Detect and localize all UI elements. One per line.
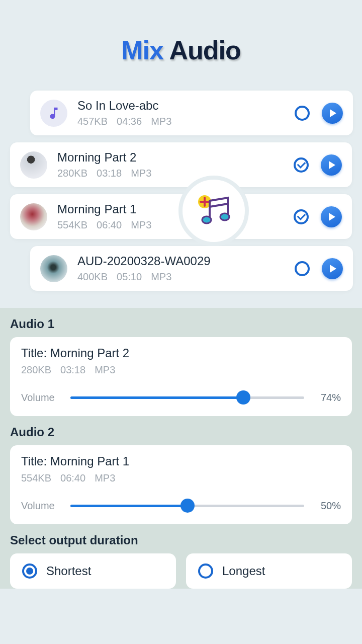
audio2-title: Title: Morning Part 1 xyxy=(21,454,341,468)
track-meta: 554KB06:40MP3 xyxy=(57,219,294,231)
duration-longest-option[interactable]: Longest xyxy=(186,553,352,589)
track-title: Morning Part 1 xyxy=(57,202,294,216)
track-title: AUD-20200328-WA0029 xyxy=(77,254,295,268)
music-note-icon xyxy=(40,100,67,127)
duration-label: Select output duration xyxy=(10,533,352,547)
audio1-meta: 280KB03:18MP3 xyxy=(21,364,341,376)
play-button[interactable] xyxy=(321,154,342,176)
volume-value: 50% xyxy=(313,500,341,512)
duration-shortest-option[interactable]: Shortest xyxy=(10,553,176,589)
page-title: Mix Audio xyxy=(0,0,362,91)
add-music-button[interactable] xyxy=(178,176,249,246)
track-thumbnail xyxy=(20,151,47,179)
select-circle-icon[interactable] xyxy=(295,106,310,121)
svg-point-2 xyxy=(220,213,229,220)
track-title: Morning Part 2 xyxy=(57,150,294,165)
volume-label: Volume xyxy=(21,500,61,512)
audio2-card: Title: Morning Part 1 554KB06:40MP3 Volu… xyxy=(10,445,352,524)
track-thumbnail xyxy=(40,255,67,282)
track-row[interactable]: Morning Part 2 280KB03:18MP3 xyxy=(10,142,352,187)
select-circle-icon[interactable] xyxy=(295,261,310,276)
audio1-label: Audio 1 xyxy=(10,317,352,331)
track-meta: 457KB04:36MP3 xyxy=(77,116,295,127)
audio2-meta: 554KB06:40MP3 xyxy=(21,472,341,484)
track-thumbnail xyxy=(20,203,47,230)
play-button[interactable] xyxy=(322,258,343,279)
volume-slider[interactable] xyxy=(70,498,304,513)
play-button[interactable] xyxy=(321,206,342,227)
radio-selected-icon xyxy=(22,564,37,579)
volume-value: 74% xyxy=(313,392,341,404)
track-row[interactable]: So In Love-abc 457KB04:36MP3 xyxy=(30,91,353,135)
track-meta: 280KB03:18MP3 xyxy=(57,168,294,179)
track-title: So In Love-abc xyxy=(77,99,295,113)
audio1-title: Title: Morning Part 2 xyxy=(21,346,341,360)
volume-label: Volume xyxy=(21,392,61,404)
play-button[interactable] xyxy=(322,103,343,124)
select-check-icon[interactable] xyxy=(294,157,309,173)
svg-point-1 xyxy=(202,216,211,223)
track-meta: 400KB05:10MP3 xyxy=(77,271,295,283)
track-list: So In Love-abc 457KB04:36MP3 Morning Par… xyxy=(0,91,362,291)
track-row[interactable]: AUD-20200328-WA0029 400KB05:10MP3 xyxy=(30,246,353,291)
select-check-icon[interactable] xyxy=(294,209,309,224)
audio2-label: Audio 2 xyxy=(10,425,352,439)
radio-unselected-icon xyxy=(198,564,213,579)
audio1-card: Title: Morning Part 2 280KB03:18MP3 Volu… xyxy=(10,337,352,416)
volume-slider[interactable] xyxy=(70,390,304,405)
